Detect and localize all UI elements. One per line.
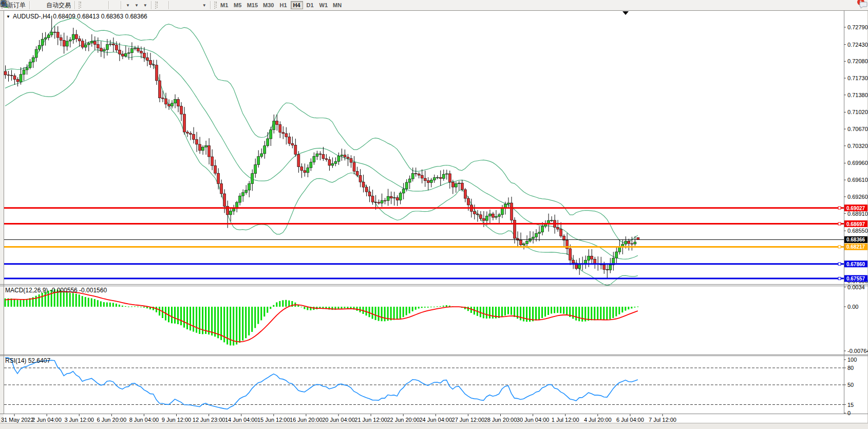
macd-histogram-bar — [400, 307, 401, 319]
price-tick-label: 0.72790 — [847, 24, 868, 30]
timeframe-M1[interactable]: M1 — [218, 1, 231, 9]
macd-histogram-bar — [369, 307, 370, 317]
periods-button[interactable]: ▼ — [132, 1, 141, 10]
market-watch-button[interactable] — [32, 1, 36, 10]
auto-trading-button[interactable]: 自动交易 — [44, 1, 73, 10]
candle-body — [513, 220, 516, 238]
candle-body — [202, 147, 204, 151]
candlestick-chart-button[interactable] — [86, 1, 90, 10]
candle-body — [473, 212, 476, 214]
timeframe-M15[interactable]: M15 — [245, 1, 260, 9]
macd-histogram-bar — [548, 307, 549, 315]
macd-histogram-bar — [393, 307, 395, 320]
macd-histogram-bar — [122, 306, 123, 307]
candle-body — [208, 146, 211, 157]
candle-body — [38, 45, 41, 49]
macd-histogram-bar — [594, 307, 595, 320]
dropdown-caret: ▼ — [135, 3, 139, 8]
macd-histogram-bar — [578, 307, 580, 321]
chart-shift-button[interactable] — [115, 1, 119, 10]
horizontal-line-button[interactable] — [175, 1, 179, 10]
notifications-button[interactable]: 1 — [859, 1, 863, 10]
macd-histogram-bar — [54, 289, 55, 307]
trendline-button[interactable] — [179, 1, 183, 10]
tile-windows-button[interactable] — [103, 1, 107, 10]
timeframe-H4[interactable]: H4 — [291, 1, 303, 9]
candle-body — [526, 241, 529, 244]
macd-histogram-bar — [23, 300, 25, 307]
auto-scroll-button[interactable] — [111, 1, 115, 10]
line-chart-button[interactable] — [90, 1, 95, 10]
candle-body — [606, 270, 609, 270]
text-button[interactable]: A — [192, 1, 196, 10]
macd-histogram-bar — [418, 307, 420, 309]
candle-body — [488, 214, 491, 216]
bar-chart-button[interactable] — [82, 1, 86, 10]
new-chart-button[interactable]: ▼ — [123, 1, 132, 10]
templates-button[interactable]: ▼ — [141, 1, 149, 10]
fibonacci-button[interactable]: F — [187, 1, 192, 10]
candle-body — [267, 139, 269, 146]
chart-window[interactable]: 0.727900.724300.720800.717300.713800.710… — [0, 0, 868, 429]
macd-histogram-bar — [236, 307, 237, 345]
separator — [29, 1, 30, 9]
toolbar-grip[interactable] — [79, 2, 81, 9]
macd-histogram-bar — [183, 307, 185, 328]
candle-body — [436, 177, 439, 178]
macd-histogram-bar — [245, 307, 247, 338]
candle-body — [451, 182, 454, 187]
macd-histogram-bar — [159, 307, 160, 315]
candle-body — [588, 256, 590, 260]
timeframe-M5[interactable]: M5 — [232, 1, 244, 9]
candle-body — [164, 99, 167, 104]
candle-body — [20, 74, 22, 82]
crosshair-button[interactable] — [163, 1, 167, 10]
text-label-button[interactable]: T — [196, 1, 200, 10]
candle-body — [180, 106, 183, 114]
candle-body — [242, 193, 244, 196]
candle-body — [313, 156, 315, 162]
macd-histogram-bar — [233, 307, 234, 345]
macd-histogram-bar — [384, 307, 386, 321]
equidistant-channel-button[interactable]: E — [183, 1, 187, 10]
time-axis-label: 30 Jun 04:00 — [517, 417, 550, 423]
candle-body — [381, 200, 383, 203]
signals-button[interactable] — [40, 1, 44, 10]
price-tick-label: 0.71730 — [847, 75, 868, 81]
macd-histogram-bar — [273, 305, 274, 307]
candle-body — [631, 244, 633, 244]
candle-body — [637, 237, 639, 239]
candle-body — [334, 161, 337, 163]
candle-body — [75, 34, 78, 39]
zoom-out-button[interactable] — [99, 1, 103, 10]
macd-histogram-bar — [433, 307, 435, 307]
vertical-line-button[interactable] — [171, 1, 175, 10]
timeframe-D1[interactable]: D1 — [304, 1, 316, 9]
timeframe-W1[interactable]: W1 — [317, 1, 330, 9]
macd-histogram-bar — [63, 292, 65, 307]
timeframe-M30[interactable]: M30 — [261, 1, 276, 9]
candle-body — [230, 211, 232, 215]
macd-histogram-bar — [211, 307, 213, 335]
timeframe-H1[interactable]: H1 — [277, 1, 290, 9]
arrows-button[interactable]: ▼ — [200, 1, 209, 10]
navigator-button[interactable] — [36, 1, 40, 10]
candle-body — [100, 48, 102, 51]
toolbar-grip[interactable] — [155, 2, 158, 9]
macd-histogram-bar — [406, 307, 407, 315]
macd-histogram-bar — [106, 303, 108, 307]
zoom-in-button[interactable] — [95, 1, 99, 10]
timeframe-MN[interactable]: MN — [331, 1, 344, 9]
macd-histogram-bar — [270, 307, 271, 309]
macd-histogram-bar — [603, 307, 605, 320]
toolbar-grip[interactable] — [214, 2, 217, 9]
cursor-button[interactable] — [159, 1, 163, 10]
macd-histogram-bar — [437, 306, 438, 307]
macd-histogram-bar — [581, 307, 583, 322]
macd-histogram-bar — [116, 304, 117, 307]
macd-histogram-bar — [467, 307, 469, 311]
price-label-text: 0.68217 — [846, 244, 865, 250]
macd-histogram-bar — [609, 307, 611, 320]
macd-histogram-bar — [66, 292, 68, 307]
candle-body — [130, 49, 133, 53]
